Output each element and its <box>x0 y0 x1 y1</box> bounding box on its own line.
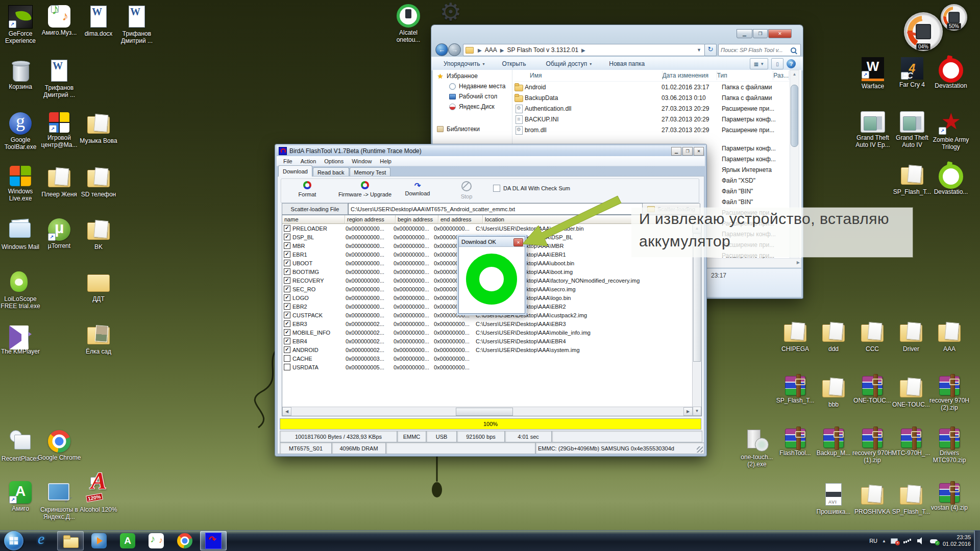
column-header-region[interactable]: region address <box>345 215 396 224</box>
desktop-icon[interactable]: AAA <box>927 320 971 353</box>
sidebar-item[interactable]: Недавние места <box>433 81 512 91</box>
partition-row[interactable]: ANDROID 0x000000002... 0x00000000... 0x0… <box>282 345 701 354</box>
address-bar[interactable]: ▶ AAA ▶ SP Flash Tool v 3.1312.01 ▶ ▼ <box>463 44 705 56</box>
checkbox-icon[interactable] <box>284 225 290 232</box>
network-signal-icon[interactable] <box>903 537 913 544</box>
maximize-button[interactable]: ❐ <box>682 147 693 156</box>
checkbox-icon[interactable] <box>284 234 290 240</box>
column-header-end[interactable]: end address <box>438 215 483 224</box>
file-row[interactable]: brom.dll 27.03.2013 20:29 Расширение при… <box>514 124 789 135</box>
desktop-icon[interactable]: Музыка Вова <box>77 112 120 144</box>
desktop-icon[interactable]: Driver <box>889 320 933 353</box>
scroll-right-icon[interactable]: ▶ <box>683 407 693 416</box>
refresh-button[interactable]: ↻ <box>704 44 717 56</box>
language-indicator[interactable]: RU <box>869 538 877 544</box>
desktop-icon[interactable]: Скриншоты в Яндекс.Д... <box>37 481 81 520</box>
checkbox-icon[interactable] <box>284 277 290 284</box>
desktop-icon[interactable]: Игровой центр@Ma... <box>37 112 81 148</box>
scroll-left-icon[interactable]: ◀ <box>282 407 291 416</box>
hidden-icons-icon[interactable]: ▲ <box>882 539 886 543</box>
column-header-size[interactable]: Раз... <box>773 71 789 80</box>
amigo-browser-icon[interactable] <box>114 531 141 550</box>
resize-grip[interactable] <box>697 446 703 453</box>
desktop-icon[interactable]: SP_Flash_T... <box>890 163 934 195</box>
desktop-icon[interactable]: Drivers MTC970.zip <box>927 429 971 464</box>
tab[interactable]: Download <box>278 165 312 177</box>
clock[interactable]: 23:35 01.02.2016 <box>943 534 971 547</box>
toolbar-button[interactable]: Упорядочить ▾ <box>438 58 489 69</box>
partition-row[interactable]: USRDATA 0x000000005... 0x00000000... 0x0… <box>282 363 701 371</box>
desktop-icon[interactable]: LoiLoScope FREE trial.exe <box>0 270 42 310</box>
sidebar-libraries[interactable]: Библиотеки <box>433 123 512 134</box>
desktop-icon[interactable]: one-touch... (2).exe <box>735 429 779 468</box>
start-button[interactable] <box>4 531 23 550</box>
view-mode-button[interactable]: ▦ ▼ <box>750 58 768 69</box>
checksum-checkbox[interactable]: DA DL All With Check Sum <box>493 185 570 192</box>
ram-gauge-gadget[interactable]: 50% <box>941 4 967 31</box>
desktop-icon[interactable]: Devastation <box>929 57 973 89</box>
checkbox-icon[interactable] <box>284 338 290 344</box>
help-button[interactable]: ? <box>787 59 796 68</box>
desktop-icon[interactable]: Grand Theft Auto IV Ep... <box>851 111 895 148</box>
checkbox-icon[interactable] <box>493 185 500 192</box>
desktop-icon[interactable]: MTC-970H_... <box>889 429 933 457</box>
menu-item[interactable]: Action <box>297 157 320 165</box>
close-button[interactable]: ✕ <box>768 29 792 38</box>
scrollbar-thumb[interactable] <box>791 85 798 147</box>
toolbar-button[interactable]: Открыть <box>497 58 533 69</box>
format-button[interactable]: Format <box>284 181 331 197</box>
desktop-icon[interactable]: Warface <box>851 57 895 90</box>
desktop-icon[interactable]: Ёлка сад <box>77 323 120 355</box>
checkbox-icon[interactable] <box>284 329 290 336</box>
cpu-gauge-gadget[interactable]: 04% <box>904 12 943 51</box>
maximize-button[interactable]: ❐ <box>753 29 768 38</box>
desktop-icon[interactable]: Far Cry 4 <box>890 57 934 88</box>
desktop-icon[interactable]: recovery 970H (1).zip <box>850 429 894 464</box>
stop-button[interactable]: Stop <box>443 181 490 199</box>
desktop-icon[interactable]: PROSHIVKA <box>850 483 894 515</box>
desktop-icon[interactable] <box>429 0 473 23</box>
menu-item[interactable]: File <box>280 157 296 165</box>
search-box[interactable]: Поиск: SP Flash Tool v... <box>718 44 801 56</box>
desktop-icon[interactable]: Корзина <box>0 59 42 90</box>
desktop-icon[interactable]: ONE-TOUC... <box>889 376 933 408</box>
desktop-icon[interactable]: Windows Mail <box>0 218 42 251</box>
desktop-icon[interactable]: FlashTool... <box>773 429 817 457</box>
desktop-icon[interactable]: GeForce Experience <box>0 5 42 44</box>
desktop-icon[interactable]: Alcatel onetou... <box>386 4 430 43</box>
checkbox-icon[interactable] <box>284 364 290 370</box>
desktop-icon[interactable]: SD телефон <box>77 166 120 198</box>
toolbar-button[interactable]: Общий доступ ▾ <box>541 58 597 69</box>
desktop-icon[interactable]: Трифанов Дмитрий ... <box>37 59 81 98</box>
desktop-icon[interactable]: BK <box>77 218 120 251</box>
desktop-icon[interactable]: Плеер Женя <box>37 166 81 198</box>
menu-item[interactable]: Window <box>348 157 375 165</box>
close-icon[interactable]: ✕ <box>513 238 523 246</box>
flashtool-titlebar[interactable]: BirdA FlashTool V1.7Beta (Runtime Trace … <box>277 146 705 156</box>
music-app-icon[interactable] <box>143 531 169 550</box>
column-header-name[interactable]: name <box>282 215 345 224</box>
media-player-icon[interactable] <box>86 531 112 550</box>
desktop-icon[interactable]: Alcohol 120% <box>77 481 120 513</box>
yandex-disk-icon[interactable] <box>930 537 938 544</box>
desktop-icon[interactable]: µTorrent <box>37 218 81 249</box>
file-row[interactable]: Android 01.02.2016 23:17 Папка с файлами <box>514 82 789 92</box>
desktop-icon[interactable]: SP_Flash_T... <box>773 376 817 404</box>
desktop-icon[interactable]: Прошивка... <box>812 483 855 515</box>
menu-item[interactable]: Options <box>321 157 347 165</box>
scroll-right-icon[interactable]: ▶ <box>797 259 800 266</box>
column-header-begin[interactable]: begin address <box>396 215 438 224</box>
device-error-icon[interactable] <box>891 537 899 544</box>
scatter-file-path[interactable]: C:\Users\USER\Desktop\AAA\MT6575_Android… <box>348 203 644 215</box>
scrollbar-thumb[interactable] <box>456 408 513 416</box>
desktop-icon[interactable]: Трифанов Дмитрий ... <box>115 5 159 44</box>
address-dropdown-icon[interactable]: ▼ <box>697 47 701 53</box>
partition-row[interactable]: MOBILE_INFO 0x000000002... 0x00000000...… <box>282 328 701 337</box>
chrome-icon[interactable] <box>172 531 198 550</box>
desktop-icon[interactable]: ddd <box>812 320 855 353</box>
download-button[interactable]: ↷ Download <box>394 181 441 196</box>
checkbox-icon[interactable] <box>284 320 290 327</box>
minimize-button[interactable]: ▁ <box>671 147 681 156</box>
checkbox-icon[interactable] <box>284 312 290 318</box>
scroll-down-icon[interactable]: ▼ <box>693 407 701 416</box>
